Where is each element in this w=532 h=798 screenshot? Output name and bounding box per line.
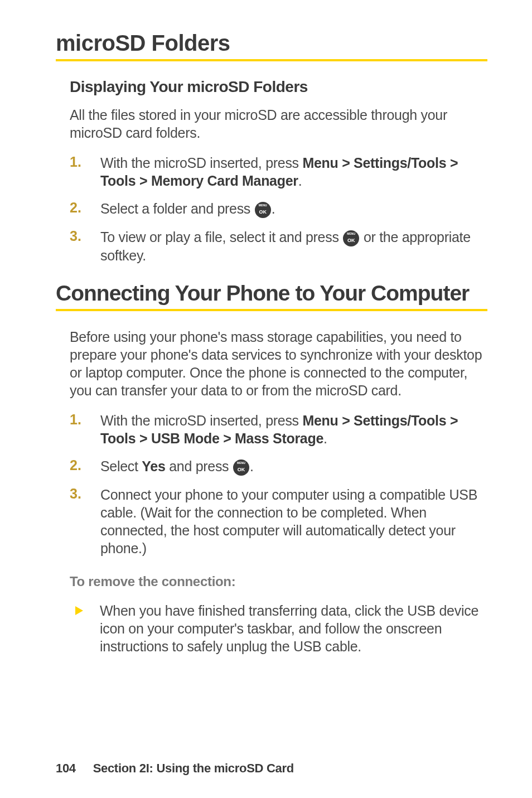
list-item: 3. To view or play a file, select it and… [70,228,487,264]
bullet-content: When you have finished transferring data… [100,602,487,655]
text-fragment: and press [166,458,233,474]
list-content: Select a folder and press . [100,200,275,218]
list-item: 1. With the microSD inserted, press Menu… [70,412,487,447]
list-number: 1. [70,412,100,447]
list-content: With the microSD inserted, press Menu > … [100,154,487,190]
list-item: 2. Select Yes and press . [70,457,487,476]
heading-microsd-folders: microSD Folders [56,31,487,56]
list-number: 3. [70,486,100,557]
text-fragment: Select [100,458,142,474]
paragraph-intro-folders: All the files stored in your microSD are… [70,106,487,142]
text-fragment: To view or play a file, select it and pr… [100,229,342,245]
page-footer: 104 Section 2I: Using the microSD Card [56,761,294,776]
paragraph-intro-connecting: Before using your phone's mass storage c… [70,328,487,399]
list-content: To view or play a file, select it and pr… [100,228,487,264]
ordered-list-folders: 1. With the microSD inserted, press Menu… [70,154,487,264]
triangle-bullet-icon [75,606,83,615]
list-number: 2. [70,200,100,218]
footer-section-title: Section 2I: Using the microSD Card [93,761,294,775]
list-item: 1. With the microSD inserted, press Menu… [70,154,487,190]
menu-ok-icon [255,202,271,218]
list-number: 1. [70,154,100,190]
list-item: 3. Connect your phone to your computer u… [70,486,487,557]
subheading-display-folders: Displaying Your microSD Folders [70,78,487,96]
text-fragment: With the microSD inserted, press [100,413,302,428]
text-fragment: . [298,173,302,188]
ordered-list-connecting: 1. With the microSD inserted, press Menu… [70,412,487,557]
heading-underline [56,59,487,61]
list-content: Select Yes and press . [100,457,254,476]
text-fragment: . [250,458,254,474]
text-fragment: . [323,431,327,446]
menu-ok-icon [343,230,359,246]
menu-ok-icon [233,460,249,476]
list-content: With the microSD inserted, press Menu > … [100,412,487,447]
text-fragment: Select a folder and press [100,201,254,216]
text-fragment: . [272,201,275,216]
list-number: 2. [70,457,100,476]
footer-page-number: 104 [56,761,76,775]
list-number: 3. [70,228,100,264]
list-content: Connect your phone to your computer usin… [100,486,487,557]
heading-connecting-phone: Connecting Your Phone to Your Computer [56,281,487,306]
list-item: 2. Select a folder and press . [70,200,487,218]
bullet-item: When you have finished transferring data… [70,602,487,655]
text-fragment: With the microSD inserted, press [100,155,302,171]
text-bold: Yes [142,458,165,474]
heading-underline [56,309,487,311]
subheading-remove-connection: To remove the connection: [70,574,487,589]
